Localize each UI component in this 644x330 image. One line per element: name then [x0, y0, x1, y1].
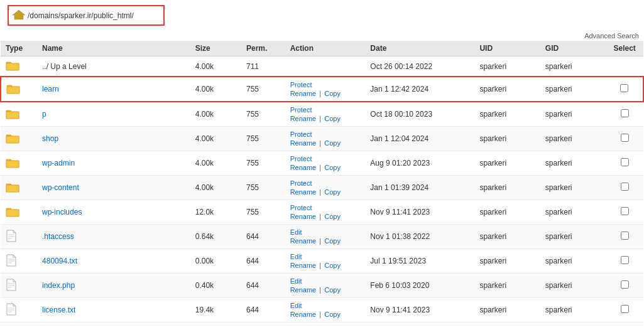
action-rename-link[interactable]: Rename: [290, 164, 317, 171]
action-rename-link[interactable]: Rename: [290, 237, 317, 245]
action-copy-link[interactable]: Copy: [324, 237, 341, 245]
file-name-link[interactable]: 480094.txt: [42, 257, 77, 265]
action-copy-link[interactable]: Copy: [324, 188, 341, 196]
action-protect-link[interactable]: Protect: [290, 81, 312, 88]
file-select-cell[interactable]: [606, 151, 643, 176]
action-protect-link[interactable]: Protect: [290, 106, 312, 114]
action-copy-link[interactable]: Copy: [324, 286, 341, 294]
file-name-link[interactable]: .htaccess: [42, 232, 74, 241]
file-name-cell[interactable]: wp-admin: [37, 151, 190, 176]
svg-rect-2: [6, 63, 19, 70]
file-name-cell[interactable]: wp-content: [37, 176, 190, 200]
file-select-checkbox[interactable]: [621, 134, 629, 142]
file-uid: sparkeri: [474, 102, 540, 127]
file-perm: 755: [241, 127, 285, 151]
action-edit-link[interactable]: Edit: [290, 253, 302, 260]
file-icon: [1, 249, 37, 274]
file-name-link[interactable]: wp-content: [42, 183, 79, 192]
file-name-cell[interactable]: 480094.txt: [37, 249, 190, 274]
file-select-cell[interactable]: [606, 249, 643, 274]
file-select-cell: [606, 56, 643, 77]
file-uid: sparkeri: [474, 200, 540, 225]
file-name-cell[interactable]: .htaccess: [37, 225, 190, 249]
file-gid: sparkeri: [540, 225, 606, 249]
file-name-cell[interactable]: learn: [37, 77, 190, 102]
action-copy-link[interactable]: Copy: [324, 213, 341, 220]
action-protect-link[interactable]: Protect: [290, 155, 312, 162]
action-copy-link[interactable]: Copy: [324, 139, 341, 147]
file-select-cell[interactable]: [606, 77, 643, 102]
file-perm: 711: [241, 56, 285, 77]
file-size: 4.00k: [190, 176, 241, 200]
file-name-cell[interactable]: index.php: [37, 274, 190, 298]
folder-icon: [1, 151, 37, 176]
file-select-cell[interactable]: [606, 225, 643, 249]
file-name-cell[interactable]: p: [37, 102, 190, 127]
svg-rect-8: [6, 210, 19, 216]
col-header-uid[interactable]: UID: [474, 41, 540, 56]
file-select-checkbox[interactable]: [621, 158, 629, 166]
action-rename-link[interactable]: Rename: [290, 115, 317, 122]
action-copy-link[interactable]: Copy: [324, 311, 341, 318]
action-edit-link[interactable]: Edit: [290, 228, 302, 236]
advanced-search-link[interactable]: Advanced Search: [584, 32, 639, 40]
file-name-link[interactable]: wp-admin: [42, 159, 75, 168]
breadcrumb-path: /domains/sparker.ir/public_html/: [28, 11, 134, 20]
file-gid: sparkeri: [540, 200, 606, 225]
action-rename-link[interactable]: Rename: [290, 262, 317, 269]
file-uid: sparkeri: [474, 249, 540, 274]
file-name-link[interactable]: learn: [42, 85, 59, 93]
file-uid: sparkeri: [474, 151, 540, 176]
file-select-cell[interactable]: [606, 274, 643, 298]
action-protect-link[interactable]: Protect: [290, 204, 312, 211]
file-select-checkbox[interactable]: [621, 280, 629, 289]
action-copy-link[interactable]: Copy: [324, 90, 341, 97]
file-name-link[interactable]: index.php: [42, 281, 75, 290]
file-name-cell[interactable]: wp-includes: [37, 200, 190, 225]
file-name-link[interactable]: p: [42, 110, 46, 119]
file-action-cell: EditRename | Copy: [285, 274, 366, 298]
file-date: Jan 1 12:42 2024: [365, 77, 474, 102]
file-select-cell[interactable]: [606, 127, 643, 151]
svg-rect-1: [17, 16, 21, 19]
file-name-link[interactable]: shop: [42, 134, 58, 143]
file-size: 0.00k: [190, 249, 241, 274]
file-select-checkbox[interactable]: [621, 183, 629, 191]
col-header-type[interactable]: Type: [1, 41, 37, 56]
svg-rect-3: [7, 87, 19, 93]
col-header-date[interactable]: Date: [365, 41, 474, 56]
action-edit-link[interactable]: Edit: [290, 302, 302, 309]
col-header-size[interactable]: Size: [190, 41, 241, 56]
col-header-perm[interactable]: Perm.: [241, 41, 285, 56]
col-header-gid[interactable]: GID: [540, 41, 606, 56]
file-select-cell[interactable]: [606, 298, 643, 322]
action-edit-link[interactable]: Edit: [290, 277, 302, 285]
action-rename-link[interactable]: Rename: [290, 213, 317, 220]
action-rename-link[interactable]: Rename: [290, 139, 317, 147]
file-select-checkbox[interactable]: [621, 256, 629, 264]
file-select-checkbox[interactable]: [621, 232, 629, 240]
file-name-link[interactable]: wp-includes: [42, 208, 82, 216]
action-copy-link[interactable]: Copy: [324, 262, 341, 269]
file-select-checkbox[interactable]: [621, 207, 629, 215]
file-select-checkbox[interactable]: [621, 109, 629, 117]
file-select-cell[interactable]: [606, 176, 643, 200]
action-protect-link[interactable]: Protect: [290, 130, 312, 138]
file-select-checkbox[interactable]: [621, 305, 629, 313]
action-copy-link[interactable]: Copy: [324, 164, 341, 171]
action-rename-link[interactable]: Rename: [290, 188, 317, 196]
file-gid: sparkeri: [540, 176, 606, 200]
file-name-link[interactable]: license.txt: [42, 306, 75, 314]
action-copy-link[interactable]: Copy: [324, 115, 341, 122]
file-select-cell[interactable]: [606, 200, 643, 225]
home-icon[interactable]: [13, 9, 25, 22]
col-header-name[interactable]: Name: [37, 41, 190, 56]
action-rename-link[interactable]: Rename: [290, 286, 317, 294]
action-rename-link[interactable]: Rename: [290, 311, 317, 318]
file-name-cell[interactable]: shop: [37, 127, 190, 151]
action-rename-link[interactable]: Rename: [290, 90, 317, 97]
file-select-cell[interactable]: [606, 102, 643, 127]
file-select-checkbox[interactable]: [620, 84, 628, 92]
file-name-cell[interactable]: license.txt: [37, 298, 190, 322]
action-protect-link[interactable]: Protect: [290, 179, 312, 187]
